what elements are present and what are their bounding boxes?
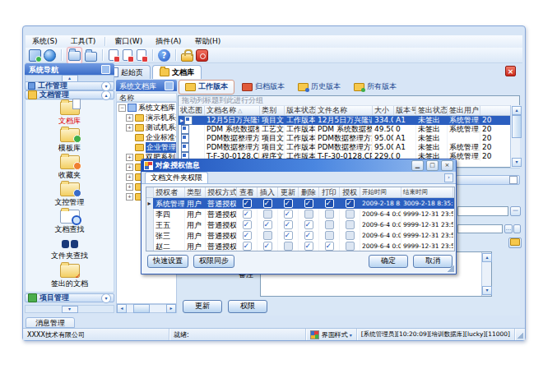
col-checkout-status[interactable]: 签出状态 [416, 106, 448, 115]
col-size[interactable]: 大小 [373, 106, 394, 115]
expand-icon[interactable]: + [126, 193, 133, 201]
scrollbar-thumb[interactable] [512, 115, 522, 138]
expand-icon[interactable]: + [126, 183, 133, 191]
col-start-time[interactable]: 开始时间 [360, 187, 401, 197]
globe-icon[interactable] [44, 49, 56, 62]
col-delete[interactable]: 删除 [299, 187, 319, 197]
chevron-up-icon[interactable]: ▴ [101, 90, 111, 100]
print-checkbox[interactable] [325, 242, 334, 251]
minimize-button[interactable]: ▁ [411, 160, 424, 171]
pin-icon[interactable] [101, 65, 110, 74]
tree-root[interactable]: − 系统文档库 [117, 103, 176, 113]
tab-scroll-right-icon[interactable]: › [444, 173, 453, 182]
quick-setup-button[interactable]: 快速设置 [147, 255, 188, 268]
expand-icon[interactable]: + [126, 173, 133, 181]
authorize-checkbox[interactable] [346, 199, 355, 208]
update-checkbox[interactable] [284, 199, 293, 208]
menu-tools[interactable]: 工具(T) [64, 36, 103, 47]
update-checkbox[interactable] [284, 210, 293, 219]
authorize-checkbox[interactable] [346, 242, 355, 251]
sidebar-group-work[interactable]: 工作管理 ▾ [25, 81, 114, 90]
expand-icon[interactable]: + [126, 164, 133, 171]
col-type[interactable]: 类型 [185, 187, 206, 197]
document-row[interactable]: ▸ 12月5日万兴隆调行... 项目文档 工作版本 12月5日万兴隆调行... … [179, 116, 519, 125]
scroll-left-icon[interactable]: ◂ [117, 304, 127, 313]
version-tab[interactable]: 所有版本 [348, 81, 402, 94]
scroll-down-icon[interactable]: ▾ [512, 158, 522, 167]
sidebar-nav-item[interactable]: 文控管理 [26, 182, 114, 209]
doc-refresh-icon[interactable] [137, 49, 146, 61]
sidebar-nav-item[interactable]: 模板库 [26, 127, 114, 154]
sidebar-nav-item[interactable]: 文件夹查找 [26, 236, 114, 263]
ui-style-selector[interactable]: 界面样式 ▾ [306, 329, 357, 340]
sidebar-group-document[interactable]: 文档管理 ▴ [25, 90, 114, 99]
scrollbar-thumb[interactable] [133, 304, 150, 313]
tree-item[interactable]: + 企业标准化文件 [117, 132, 176, 142]
folder-view-icon[interactable] [85, 52, 97, 62]
col-end-time[interactable]: 结束时间 [401, 187, 453, 197]
property-field-1[interactable] [457, 206, 508, 216]
version-tab[interactable]: 归档版本 [236, 81, 290, 94]
insert-checkbox[interactable] [263, 231, 272, 240]
resize-grip[interactable] [515, 329, 525, 340]
field-clear-button[interactable]: — [510, 206, 521, 216]
doc-send-icon[interactable] [109, 49, 118, 61]
ellipsis-button[interactable]: … [504, 224, 513, 233]
document-row[interactable]: PDM数据整理方案.doc 项目文档 工作版本 PDM数据整理方案.doc 95… [179, 134, 519, 143]
version-tab[interactable]: 历史版本 [292, 81, 346, 94]
lock-icon[interactable] [181, 53, 193, 62]
permission-button[interactable]: 权限 [228, 300, 267, 313]
delete-checkbox[interactable] [304, 210, 313, 219]
grid-vertical-scrollbar[interactable]: ▴ ▾ [510, 105, 520, 168]
print-checkbox[interactable] [325, 210, 334, 219]
view-checkbox[interactable] [243, 231, 252, 240]
sidebar-nav-item[interactable]: 文档查找 [26, 209, 114, 236]
tree-horizontal-scrollbar[interactable]: ◂ ▸ [116, 304, 177, 313]
computer-sync-icon[interactable] [29, 49, 41, 62]
scroll-up-icon[interactable]: ▴ [482, 253, 492, 262]
scroll-up-icon[interactable]: ▴ [512, 106, 522, 115]
permission-row[interactable]: 赵二 用户 普通授权 2009-6-4 0:00:00 9999-12-31 2… [146, 241, 454, 251]
insert-checkbox[interactable] [263, 210, 272, 219]
update-checkbox[interactable] [284, 231, 293, 240]
sidebar-group-project[interactable]: 项目管理 ▾ [25, 293, 114, 302]
menu-window[interactable]: 窗口(W) [108, 36, 149, 47]
insert-checkbox[interactable] [263, 199, 272, 208]
col-status-icon[interactable]: 状态图 [179, 106, 205, 115]
menu-help[interactable]: 帮助(H) [188, 36, 227, 47]
col-insert[interactable]: 插入 [258, 187, 278, 197]
document-row[interactable]: PDM数据整理方案2.doc 项目文档 工作版本 PDM数据整理方案2.doc … [179, 143, 519, 152]
sidebar-more-bar[interactable]: ▾ [25, 305, 114, 313]
maximize-button[interactable]: □ [426, 160, 439, 171]
col-category[interactable]: 类别 [260, 106, 285, 115]
update-checkbox[interactable] [284, 242, 293, 251]
remark-scrollbar[interactable]: ▴ ▾ [481, 252, 491, 296]
insert-checkbox[interactable] [263, 220, 272, 229]
view-checkbox[interactable] [243, 210, 252, 219]
delete-checkbox[interactable] [304, 199, 313, 208]
tab-folder-permissions[interactable]: 文档文件夹权限 [145, 172, 208, 183]
document-row[interactable]: PDM 系统数据整理检... 工艺文档 工作版本 PDM 系统数据整理... 4… [179, 125, 519, 134]
version-tab[interactable]: 工作版本 [179, 80, 234, 95]
update-checkbox[interactable] [284, 220, 293, 229]
col-print[interactable]: 打印 [319, 187, 340, 197]
col-update[interactable]: 更新 [278, 187, 299, 197]
message-management-tab[interactable]: 消息管理 [26, 317, 75, 328]
field-picker-button[interactable] [513, 224, 521, 233]
col-version-no[interactable]: 版本号 [394, 106, 416, 115]
print-checkbox[interactable] [325, 220, 334, 229]
doc-receive-icon[interactable] [123, 49, 132, 61]
browse-folder-button[interactable] [508, 238, 522, 248]
chevron-down-icon[interactable]: ▾ [101, 81, 111, 91]
permission-row[interactable]: 李四 用户 普通授权 2009-6-4 0:00:00 9999-12-31 2… [146, 209, 454, 219]
sidebar-nav-item[interactable]: 收藏夹 [26, 154, 114, 182]
col-mode[interactable]: 授权方式 [206, 187, 237, 197]
tree-item[interactable]: + 演示机系列 [117, 113, 176, 122]
permission-sync-button[interactable]: 权限同步 [193, 255, 234, 268]
logout-icon[interactable] [196, 49, 208, 62]
delete-checkbox[interactable] [304, 242, 313, 251]
sidebar-nav-item[interactable]: 文档库 [26, 100, 114, 127]
scroll-right-icon[interactable]: ▸ [166, 304, 176, 313]
menu-system[interactable]: 系统(S) [26, 36, 64, 47]
sidebar-nav-item[interactable]: 签出的文档 [26, 263, 114, 290]
